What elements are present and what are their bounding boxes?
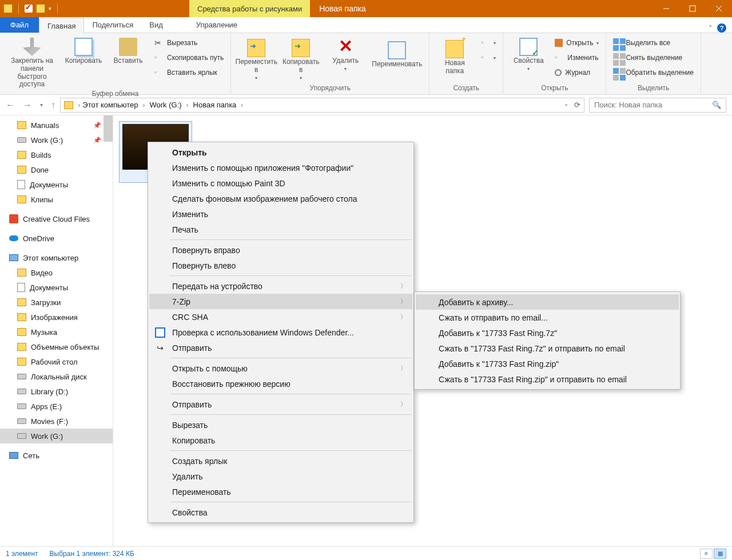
easy-access-button[interactable]: ▾ — [479, 51, 498, 64]
tree-item[interactable]: Builds — [0, 147, 113, 162]
open-button[interactable]: Открыть▾ — [552, 37, 601, 49]
7z-add-archive[interactable]: Добавить к архиву... — [416, 294, 679, 310]
view-thumbnails-button[interactable]: ▦ — [714, 549, 726, 559]
tree-item-this-pc[interactable]: Этот компьютер — [0, 250, 113, 265]
invert-selection-button[interactable]: Обратить выделение — [611, 66, 696, 79]
tree-item-cc[interactable]: Creative Cloud Files — [0, 211, 113, 226]
tree-item[interactable]: Work (G:) — [0, 429, 113, 443]
nav-recent-icon[interactable]: ▾ — [40, 102, 43, 108]
ctx-open[interactable]: Открыть — [149, 145, 412, 160]
new-item-button[interactable]: ▾ — [479, 37, 498, 49]
ctx-properties[interactable]: Свойства — [149, 505, 412, 520]
7z-add-7z[interactable]: Добавить к "17733 Fast Ring.7z" — [416, 325, 679, 341]
ctx-copy[interactable]: Копировать — [149, 433, 412, 448]
nav-forward-icon[interactable]: → — [23, 100, 32, 110]
edit-button[interactable]: Изменить — [552, 51, 601, 64]
nav-up-icon[interactable]: ↑ — [51, 100, 55, 110]
ctx-restore[interactable]: Восстановить прежнюю версию — [149, 376, 412, 391]
ctx-rotate-left[interactable]: Повернуть влево — [149, 258, 412, 273]
breadcrumb[interactable]: Этот компьютер — [82, 101, 147, 109]
scrollbar-thumb[interactable] — [104, 115, 113, 142]
tree-item[interactable]: Apps (E:) — [0, 399, 113, 414]
ctx-crc[interactable]: CRC SHA〉 — [149, 309, 412, 325]
tab-home[interactable]: Главная — [39, 18, 84, 33]
tree-item[interactable]: Рабочий стол — [0, 354, 113, 369]
tab-manage[interactable]: Управление — [188, 17, 245, 33]
ctx-set-wallpaper[interactable]: Сделать фоновым изображением рабочего ст… — [149, 191, 412, 206]
maximize-button[interactable] — [679, 0, 706, 17]
tree-item[interactable]: Клипы — [0, 192, 113, 207]
tree-item[interactable]: Done — [0, 162, 113, 177]
paste-button[interactable]: Вставить — [108, 35, 149, 65]
tree-item[interactable]: Локальный диск — [0, 369, 113, 384]
select-none-button[interactable]: Снять выделение — [611, 51, 696, 64]
search-icon[interactable]: 🔍 — [712, 101, 721, 109]
ctx-7zip[interactable]: 7-Zip〉 — [149, 294, 412, 309]
copy-button[interactable]: Копировать — [63, 35, 104, 65]
select-all-button[interactable]: Выделить все — [611, 37, 696, 49]
breadcrumb[interactable]: Новая папка — [193, 101, 246, 109]
ctx-rotate-right[interactable]: Повернуть вправо — [149, 242, 412, 258]
tree-item[interactable]: Документы — [0, 280, 113, 295]
tab-file[interactable]: Файл — [0, 17, 39, 33]
pin-quickaccess-button[interactable]: Закрепить на панели быстрого доступа — [5, 35, 59, 89]
ctx-send-to[interactable]: Отправить〉 — [149, 397, 412, 412]
copy-path-button[interactable]: Скопировать путь — [152, 51, 226, 64]
tree-item[interactable]: Изображения — [0, 310, 113, 325]
tree-item[interactable]: Movies (F:) — [0, 414, 113, 429]
nav-back-icon[interactable]: ← — [6, 100, 15, 110]
help-icon[interactable]: ? — [717, 23, 726, 33]
paste-shortcut-button[interactable]: Вставить ярлык — [152, 66, 226, 79]
ctx-cut[interactable]: Вырезать — [149, 417, 412, 433]
ctx-cast[interactable]: Передать на устройство〉 — [149, 278, 412, 294]
ctx-edit-paint3d[interactable]: Изменить с помощью Paint 3D — [149, 175, 412, 191]
qat-newfolder-icon[interactable] — [36, 4, 45, 13]
tree-item[interactable]: Загрузки — [0, 295, 113, 310]
ctx-defender[interactable]: Проверка с использованием Windows Defend… — [149, 325, 412, 340]
tree-item-network[interactable]: Сеть — [0, 448, 113, 463]
search-input[interactable] — [594, 101, 703, 109]
ctx-print[interactable]: Печать — [149, 222, 412, 237]
qat-properties-icon[interactable] — [25, 5, 33, 13]
new-folder-button[interactable]: Новая папка — [434, 35, 475, 75]
properties-button[interactable]: Свойства▾ — [508, 35, 549, 71]
7z-add-zip[interactable]: Добавить к "17733 Fast Ring.zip" — [416, 356, 679, 371]
tab-view[interactable]: Вид — [141, 17, 171, 33]
window-title: Новая папка — [319, 4, 366, 13]
search-box[interactable]: 🔍 — [589, 98, 726, 113]
ctx-rename[interactable]: Переименовать — [149, 484, 412, 499]
tab-share[interactable]: Поделиться — [84, 17, 141, 33]
view-details-button[interactable]: ≡ — [700, 549, 713, 559]
close-button[interactable] — [706, 0, 732, 17]
tree-item[interactable]: Видео — [0, 265, 113, 280]
move-to-button[interactable]: Переместить в▾ — [236, 35, 277, 81]
7z-compress-email[interactable]: Сжать и отправить по email... — [416, 310, 679, 325]
ctx-open-with[interactable]: Открыть с помощью〉 — [149, 361, 412, 376]
ctx-edit[interactable]: Изменить — [149, 206, 412, 222]
7z-compress-zip-email[interactable]: Сжать в "17733 Fast Ring.zip" и отправит… — [416, 371, 679, 387]
copy-to-button[interactable]: Копировать в▾ — [280, 35, 321, 81]
history-button[interactable]: Журнал — [552, 66, 601, 79]
cut-button[interactable]: Вырезать — [152, 37, 226, 49]
tree-item[interactable]: Документы — [0, 177, 113, 192]
minimize-button[interactable] — [653, 0, 679, 17]
refresh-icon[interactable]: ⟳ — [574, 101, 580, 109]
delete-button[interactable]: ✕Удалить▾ — [325, 35, 366, 71]
tree-item[interactable]: Library (D:) — [0, 384, 113, 399]
address-bar[interactable]: › Этот компьютер Work (G:) Новая папка ⌄… — [60, 98, 584, 113]
ctx-edit-photos[interactable]: Изменить с помощью приложения "Фотографи… — [149, 160, 412, 175]
tree-item[interactable]: Work (G:)📌 — [0, 133, 113, 147]
7z-compress-7z-email[interactable]: Сжать в "17733 Fast Ring.7z" и отправить… — [416, 341, 679, 356]
ribbon-collapse-icon[interactable]: ˄ — [709, 24, 713, 33]
tree-item-onedrive[interactable]: OneDrive — [0, 231, 113, 246]
ctx-create-shortcut[interactable]: Создать ярлык — [149, 453, 412, 469]
breadcrumb[interactable]: Work (G:) — [150, 101, 191, 109]
ctx-delete[interactable]: Удалить — [149, 469, 412, 484]
tree-item[interactable]: Manuals📌 — [0, 118, 113, 133]
addr-dropdown-icon[interactable]: ⌄ — [564, 101, 568, 109]
tree-item[interactable]: Музыка — [0, 325, 113, 339]
qat-dropdown-icon[interactable]: ▾ — [49, 6, 51, 11]
tree-item[interactable]: Объемные объекты — [0, 339, 113, 354]
ctx-share[interactable]: ↪Отправить — [149, 340, 412, 355]
rename-button[interactable]: Переименовать — [369, 35, 424, 69]
